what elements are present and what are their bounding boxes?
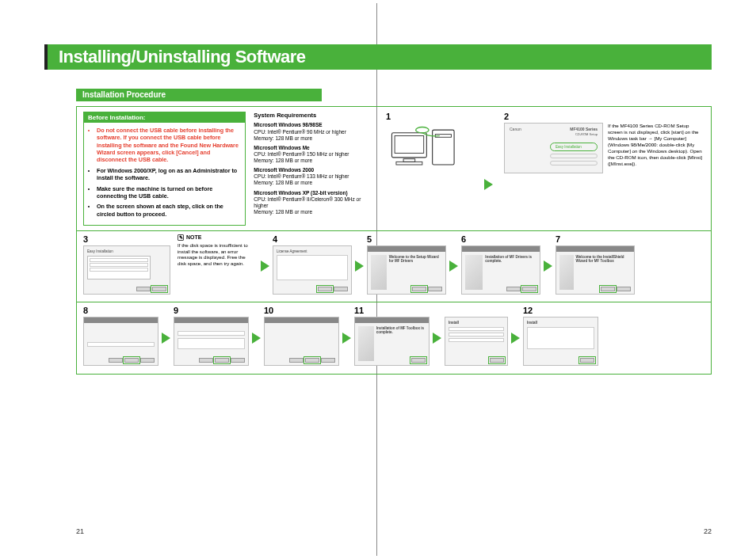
sysreq-mem: Memory: 128 MB or more	[254, 158, 312, 163]
svg-rect-0	[391, 133, 426, 158]
arrow-icon	[162, 333, 170, 344]
next-button-highlight	[124, 358, 139, 363]
finish-button-highlight	[411, 358, 426, 363]
exit-button-highlight	[522, 287, 536, 291]
step-number: 7	[556, 234, 635, 244]
before-bullet: Make sure the machine is turned on befor…	[97, 185, 240, 200]
computer-cdrom-illustration	[386, 123, 473, 173]
step-number: 8	[83, 306, 158, 315]
installer-window: Welcome to the InstallShield Wizard for …	[556, 245, 635, 295]
window-title: Install	[449, 321, 459, 325]
step-3: 3 Easy Installation	[83, 234, 174, 295]
step-2: 2 Canon MF4100 Series CD-ROM Setup Easy …	[504, 112, 704, 226]
window-title: Install	[527, 321, 537, 325]
arrow-icon	[511, 333, 520, 344]
before-bullet: On the screen shown at each step, click …	[97, 203, 240, 218]
before-head: Before Installation:	[84, 112, 245, 123]
window-title: Installation of MF Toolbox is complete.	[376, 326, 424, 334]
installer-window: Easy Installation	[83, 245, 170, 295]
svg-rect-3	[396, 162, 422, 165]
window-title: Easy Installation	[87, 249, 166, 253]
step-number: 5	[367, 234, 446, 244]
row-steps-8-12: 8 9 10	[77, 302, 711, 374]
sysreq-cpu: CPU: Intel® Pentium® 150 MHz or higher	[254, 151, 349, 157]
step-6: 6 Installation of MF Drivers is complete…	[461, 234, 540, 295]
installer-window	[83, 317, 158, 366]
note-box: ✎NOTE If the disk space is insufficient …	[174, 234, 258, 267]
window-title: Installation of MF Drivers is complete.	[485, 255, 532, 263]
step-number: 3	[83, 234, 174, 244]
sysreq-os: Microsoft Windows XP (32-bit version)	[254, 190, 370, 196]
arrow-icon	[433, 333, 441, 344]
product-sub: CD-ROM Setup	[575, 132, 598, 136]
title-bar: Installing/Uninstalling Software	[44, 44, 712, 70]
arrow-icon	[449, 260, 458, 272]
setup-screen: Canon MF4100 Series CD-ROM Setup Easy In…	[504, 123, 603, 173]
window-title: License Agreement	[277, 249, 348, 253]
sysreq-os: Microsoft Windows 98/98SE	[254, 122, 370, 128]
sysreq-title: System Requirements	[254, 112, 370, 119]
next-button-highlight	[215, 358, 229, 363]
sysreq-row: Microsoft Windows 98/98SE CPU: Intel® Pe…	[254, 122, 370, 141]
arrow-icon	[355, 260, 364, 272]
note-body: If the disk space is insufficient to ins…	[178, 242, 254, 267]
sysreq-cpu: CPU: Intel® Pentium® 133 MHz or higher	[254, 173, 349, 179]
arrow-icon	[484, 179, 493, 190]
row-steps-3-7: 3 Easy Installation ✎NOTE If the disk sp…	[77, 231, 711, 302]
installer-window: Install	[445, 317, 508, 366]
sysreq-os: Microsoft Windows 2000	[254, 167, 370, 173]
next-button-highlight	[601, 287, 615, 291]
installer-window: Installation of MF Drivers is complete.	[461, 245, 540, 295]
step-number: 4	[273, 234, 352, 244]
sysreq-mem: Memory: 128 MB or more	[254, 135, 312, 141]
step-number: 11	[354, 306, 430, 315]
sysreq-row: Microsoft Windows 2000 CPU: Intel® Penti…	[254, 167, 370, 186]
arrow-icon	[544, 260, 552, 272]
before-body: Do not connect the USB cable before inst…	[84, 123, 245, 225]
step-4: 4 License Agreement	[273, 234, 352, 295]
window-title: Welcome to the InstallShield Wizard for …	[576, 255, 624, 263]
step-11b: . Install	[445, 306, 508, 366]
page-number-left: 21	[76, 527, 84, 535]
installer-window: Installation of MF Toolbox is complete.	[354, 317, 430, 366]
svg-point-6	[416, 127, 429, 132]
arrow-icon	[252, 333, 261, 344]
installer-window	[264, 317, 339, 366]
before-bullet-warn: Do not connect the USB cable before inst…	[97, 127, 240, 164]
step-12: 12 Install	[523, 306, 598, 366]
installer-window: Install	[523, 317, 598, 366]
step-8: 8	[83, 306, 158, 366]
sysreq-row: Microsoft Windows Me CPU: Intel® Pentium…	[254, 145, 370, 164]
yes-button-highlight	[318, 287, 332, 291]
product-label: MF4100 Series	[570, 127, 598, 131]
arrow-icon	[261, 260, 269, 272]
svg-rect-1	[395, 135, 424, 153]
procedure-frame: Before Installation: Do not connect the …	[76, 106, 712, 375]
svg-rect-2	[403, 159, 415, 162]
before-bullet: For Windows 2000/XP, log on as an Admini…	[97, 167, 240, 182]
step-number: 1	[386, 112, 473, 121]
step-number: 10	[264, 306, 339, 315]
installer-window: Welcome to the Setup Wizard for MF Drive…	[367, 245, 446, 295]
step-9: 9	[174, 306, 249, 366]
step-5: 5 Welcome to the Setup Wizard for MF Dri…	[367, 234, 446, 295]
step-7: 7 Welcome to the InstallShield Wizard fo…	[556, 234, 635, 295]
arrow-icon	[342, 333, 351, 344]
step-1: 1	[386, 112, 473, 226]
sysreq-cpu: CPU: Intel® Pentium® II/Celeron® 300 MHz…	[254, 196, 361, 208]
note-icon: ✎	[178, 234, 184, 241]
step-10: 10	[264, 306, 339, 366]
step-number: 2	[504, 112, 704, 121]
step-number: 12	[523, 306, 598, 315]
install-button-highlight	[152, 287, 166, 291]
section-subhead: Installation Procedure	[76, 89, 322, 101]
row-top: Before Installation: Do not connect the …	[77, 107, 711, 231]
next-button-highlight	[412, 287, 426, 291]
step-number: 6	[461, 234, 540, 244]
sysreq-mem: Memory: 128 MB or more	[254, 180, 312, 185]
brand-label: Canon	[510, 127, 521, 136]
window-title: Welcome to the Setup Wizard for MF Drive…	[389, 255, 439, 263]
installer-window: License Agreement	[273, 245, 352, 295]
exit-button-highlight	[580, 358, 594, 363]
page-number-right: 22	[704, 527, 712, 535]
